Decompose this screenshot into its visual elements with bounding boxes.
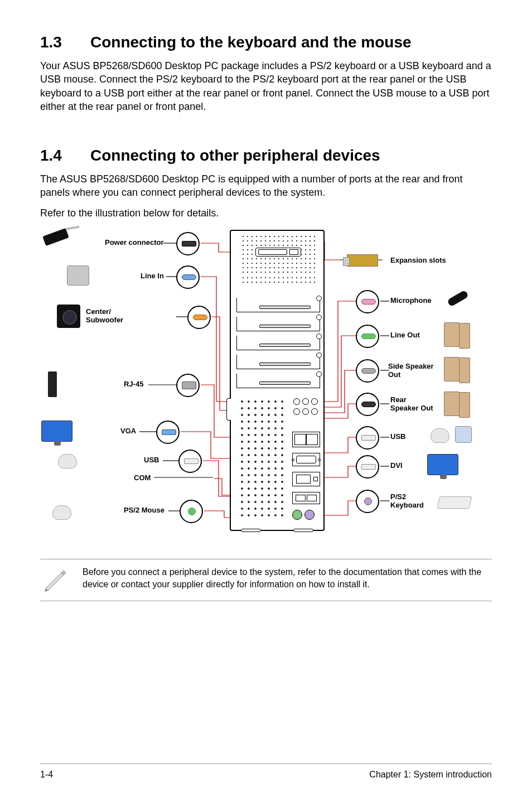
usb-mouse-icon	[58, 454, 77, 468]
plug-side-speaker	[356, 359, 379, 383]
plug-rear-speaker	[356, 393, 379, 416]
label-power: Power connector	[105, 239, 163, 247]
label-rear-speaker: Rear Speaker Out	[390, 396, 433, 413]
chapter-label: Chapter 1: System introduction	[369, 770, 492, 780]
pc-tower-rear	[230, 230, 325, 531]
lan-usb-block	[292, 432, 320, 447]
microphone-icon	[447, 290, 469, 307]
plug-dvi	[356, 455, 379, 479]
psu-socket	[255, 248, 301, 257]
expansion-slot	[236, 374, 320, 388]
note-text: Before you connect a peripheral device t…	[83, 566, 490, 590]
plug-vga	[156, 421, 180, 444]
vent-lower	[239, 398, 286, 521]
label-com: COM	[134, 474, 151, 482]
vent-strip	[241, 276, 316, 286]
label-expansion: Expansion slots	[390, 257, 446, 265]
label-ps2-mouse: PS/2 Mouse	[124, 506, 165, 515]
rear-panel-diagram: Power connector Line In Center/ Subwoofe…	[40, 230, 492, 542]
keyboard-icon	[437, 496, 472, 509]
label-center-sub: Center/ Subwoofer	[86, 308, 123, 325]
plug-ps2-mouse	[180, 500, 203, 523]
section-1-3-body: Your ASUS BP5268/SD600 Desktop PC packag…	[40, 59, 492, 113]
label-vga: VGA	[120, 427, 136, 436]
expansion-slot	[236, 317, 320, 331]
label-microphone: Microphone	[390, 297, 432, 305]
heading-1-4: 1.4Connecting to other peripheral device…	[40, 147, 492, 165]
speakers-side-icon	[444, 357, 460, 381]
heading-1-4-num: 1.4	[40, 147, 90, 165]
label-usb-right: USB	[390, 433, 405, 441]
ps2-ports	[291, 510, 316, 522]
vga-port	[292, 453, 320, 466]
usb-port-pair	[292, 492, 320, 504]
plug-microphone	[356, 290, 379, 313]
subwoofer-icon	[57, 305, 80, 328]
label-rj45: RJ-45	[124, 380, 143, 389]
label-line-out: Line Out	[390, 331, 420, 340]
page-footer: 1-4 Chapter 1: System introduction	[40, 764, 492, 780]
expansion-slot	[236, 336, 320, 350]
label-ps2-keyboard: P/S2 Keyboard	[390, 493, 424, 510]
expansion-slot	[236, 298, 320, 312]
label-usb-left: USB	[144, 456, 159, 465]
plug-line-out	[356, 325, 379, 348]
heading-1-4-title: Connecting to other peripheral devices	[90, 147, 380, 164]
plug-rj45	[176, 374, 200, 397]
page-number: 1-4	[40, 770, 53, 780]
audio-jack-cluster	[293, 398, 319, 427]
ps2-mouse-icon	[52, 505, 71, 520]
note-block: Before you connect a peripheral device t…	[40, 559, 492, 601]
section-1-4-body2: Refer to the illustration below for deta…	[40, 206, 492, 220]
usb-mouse-icon-right	[431, 428, 449, 443]
label-side-speaker: Side Speaker Out	[388, 363, 434, 379]
plug-power	[176, 232, 200, 255]
speakers-rear-icon	[444, 392, 460, 416]
heading-1-3-num: 1.3	[40, 33, 90, 51]
router-icon	[48, 371, 57, 397]
plug-usb-left	[178, 450, 202, 473]
note-pen-icon	[42, 566, 68, 594]
plug-center-sub	[187, 306, 211, 329]
section-1-4-body1: The ASUS BP5268/SD600 Desktop PC is equi…	[40, 172, 492, 200]
plug-usb-right	[356, 426, 379, 450]
power-cable-icon	[42, 228, 69, 246]
dvi-port	[292, 472, 320, 486]
expansion-card-icon	[347, 254, 378, 267]
heading-1-3-title: Connecting to the keyboard and the mouse	[90, 33, 412, 51]
speakers-lineout-icon	[444, 322, 460, 347]
usb-cam-icon	[455, 426, 472, 443]
label-dvi: DVI	[390, 462, 403, 470]
expansion-slot	[236, 355, 320, 369]
plug-ps2-keyboard	[356, 490, 379, 513]
label-line-in: Line In	[141, 272, 164, 281]
plug-line-in	[176, 265, 200, 289]
heading-1-3: 1.3Connecting to the keyboard and the mo…	[40, 33, 492, 51]
monitor-vga-icon	[41, 421, 72, 442]
monitor-dvi-icon	[427, 454, 458, 475]
line-in-device-icon	[67, 265, 89, 286]
